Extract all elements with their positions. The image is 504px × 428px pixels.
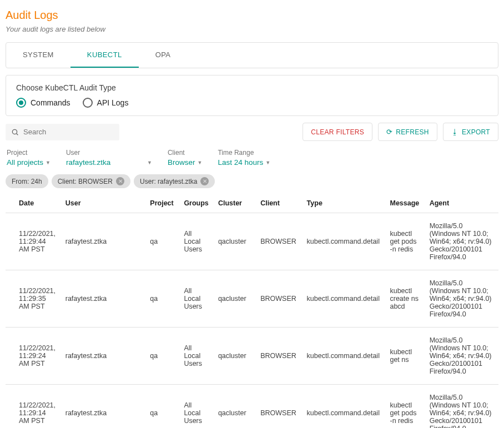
cell-project: qa	[145, 385, 179, 429]
cell-groups: All Local Users	[179, 328, 214, 385]
filter-user: User rafaytest.ztka ▼	[66, 149, 152, 167]
cell-project: qa	[145, 328, 179, 385]
column-header-message: Message	[385, 194, 425, 213]
filter-user-label: User	[66, 149, 152, 157]
filter-client: Client Browser ▼	[168, 149, 202, 167]
cell-message: kubectl get ns	[385, 328, 425, 385]
filter-client-dropdown[interactable]: Browser ▼	[168, 158, 202, 167]
svg-line-1	[17, 133, 18, 135]
filter-timerange-value: Last 24 hours	[218, 158, 263, 167]
radio-api-logs[interactable]: API Logs	[83, 98, 129, 108]
tabs-card: SYSTEMKUBECTLOPA	[6, 42, 498, 68]
cell-project: qa	[145, 213, 179, 270]
refresh-label: REFRESH	[396, 128, 429, 136]
filter-project-dropdown[interactable]: All projects ▼	[7, 158, 51, 167]
cell-type: kubectl.command.detail	[303, 385, 386, 429]
cell-date: 11/22/2021, 11:29:35 AM PST	[6, 270, 61, 328]
column-header-groups: Groups	[179, 194, 214, 213]
cell-groups: All Local Users	[179, 385, 214, 429]
radio-dot-icon	[16, 98, 26, 108]
cell-client: BROWSER	[256, 328, 302, 385]
filter-client-label: Client	[168, 149, 202, 157]
filter-user-value: rafaytest.ztka	[66, 158, 110, 167]
filter-project: Project All projects ▼	[7, 149, 51, 167]
close-icon[interactable]: ✕	[116, 177, 124, 185]
tab-kubectl[interactable]: KUBECTL	[70, 43, 139, 68]
cell-user: rafaytest.ztka	[61, 213, 146, 270]
download-icon: ⭳	[451, 128, 458, 136]
cell-client: BROWSER	[256, 213, 302, 270]
cell-date: 11/22/2021, 11:29:14 AM PST	[6, 385, 61, 429]
export-button[interactable]: ⭳ EXPORT	[443, 123, 498, 141]
filter-user-dropdown[interactable]: rafaytest.ztka ▼	[66, 158, 152, 167]
refresh-button[interactable]: ⟳ REFRESH	[378, 123, 437, 141]
chip-label: Client: BROWSER	[58, 178, 113, 185]
filter-project-value: All projects	[7, 158, 43, 167]
tab-system[interactable]: SYSTEM	[6, 43, 70, 68]
audit-type-card: Choose KubeCTL Audit Type CommandsAPI Lo…	[6, 75, 498, 116]
chip-label: From: 24h	[12, 178, 42, 185]
filter-chip: Client: BROWSER✕	[52, 174, 130, 188]
cell-groups: All Local Users	[179, 270, 214, 328]
cell-type: kubectl.command.detail	[303, 328, 386, 385]
cell-groups: All Local Users	[179, 213, 214, 270]
cell-client: BROWSER	[256, 385, 302, 429]
close-icon[interactable]: ✕	[200, 177, 209, 185]
cell-agent: Mozilla/5.0 (Windows NT 10.0; Win64; x64…	[425, 213, 498, 270]
audit-log-table: DateUserProjectGroupsClusterClientTypeMe…	[6, 194, 498, 428]
cell-message: kubectl create ns abcd	[385, 270, 425, 328]
audit-type-title: Choose KubeCTL Audit Type	[16, 83, 488, 92]
filter-timerange-dropdown[interactable]: Last 24 hours ▼	[218, 158, 270, 167]
column-header-type: Type	[303, 194, 386, 213]
chip-label: User: rafaytest.ztka	[140, 178, 197, 185]
clear-filters-label: CLEAR FILTERS	[311, 128, 364, 136]
chevron-down-icon: ▼	[147, 160, 152, 165]
cell-message: kubectl get pods -n redis	[385, 385, 425, 429]
radio-dot-icon	[83, 98, 93, 108]
cell-agent: Mozilla/5.0 (Windows NT 10.0; Win64; x64…	[425, 270, 498, 328]
cell-type: kubectl.command.detail	[303, 270, 386, 328]
filter-chip: User: rafaytest.ztka✕	[134, 174, 215, 188]
search-icon	[11, 128, 19, 137]
cell-message: kubectl get pods -n redis	[385, 213, 425, 270]
cell-cluster: qacluster	[214, 328, 256, 385]
cell-cluster: qacluster	[214, 213, 256, 270]
radio-label: API Logs	[97, 98, 129, 107]
radio-commands[interactable]: Commands	[16, 98, 70, 108]
table-row: 11/22/2021, 11:29:35 AM PSTrafaytest.ztk…	[6, 270, 498, 328]
chevron-down-icon: ▼	[46, 160, 51, 165]
filter-timerange: Time Range Last 24 hours ▼	[218, 149, 270, 167]
search-input[interactable]	[23, 128, 114, 136]
column-header-user: User	[61, 194, 146, 213]
radio-label: Commands	[31, 98, 70, 107]
table-row: 11/22/2021, 11:29:14 AM PSTrafaytest.ztk…	[6, 385, 498, 429]
page-title: Audit Logs	[6, 9, 498, 22]
refresh-icon: ⟳	[386, 128, 392, 136]
chevron-down-icon: ▼	[197, 160, 202, 165]
cell-client: BROWSER	[256, 270, 302, 328]
cell-project: qa	[145, 270, 179, 328]
page-subtitle: Your audit logs are listed below	[6, 25, 498, 33]
filter-project-label: Project	[7, 149, 51, 157]
search-box[interactable]	[6, 124, 119, 140]
table-row: 11/22/2021, 11:29:44 AM PSTrafaytest.ztk…	[6, 213, 498, 270]
cell-agent: Mozilla/5.0 (Windows NT 10.0; Win64; x64…	[425, 385, 498, 429]
cell-type: kubectl.command.detail	[303, 213, 386, 270]
cell-user: rafaytest.ztka	[61, 385, 146, 429]
svg-point-0	[12, 129, 17, 134]
cell-user: rafaytest.ztka	[61, 270, 146, 328]
cell-cluster: qacluster	[214, 385, 256, 429]
filter-timerange-label: Time Range	[218, 149, 270, 157]
cell-agent: Mozilla/5.0 (Windows NT 10.0; Win64; x64…	[425, 328, 498, 385]
cell-date: 11/22/2021, 11:29:44 AM PST	[6, 213, 61, 270]
column-header-date: Date	[6, 194, 61, 213]
column-header-cluster: Cluster	[214, 194, 256, 213]
filter-client-value: Browser	[168, 158, 195, 167]
column-header-agent: Agent	[425, 194, 498, 213]
cell-user: rafaytest.ztka	[61, 328, 146, 385]
export-label: EXPORT	[462, 128, 490, 136]
cell-date: 11/22/2021, 11:29:24 AM PST	[6, 328, 61, 385]
cell-cluster: qacluster	[214, 270, 256, 328]
clear-filters-button[interactable]: CLEAR FILTERS	[303, 123, 372, 141]
tab-opa[interactable]: OPA	[139, 43, 188, 68]
